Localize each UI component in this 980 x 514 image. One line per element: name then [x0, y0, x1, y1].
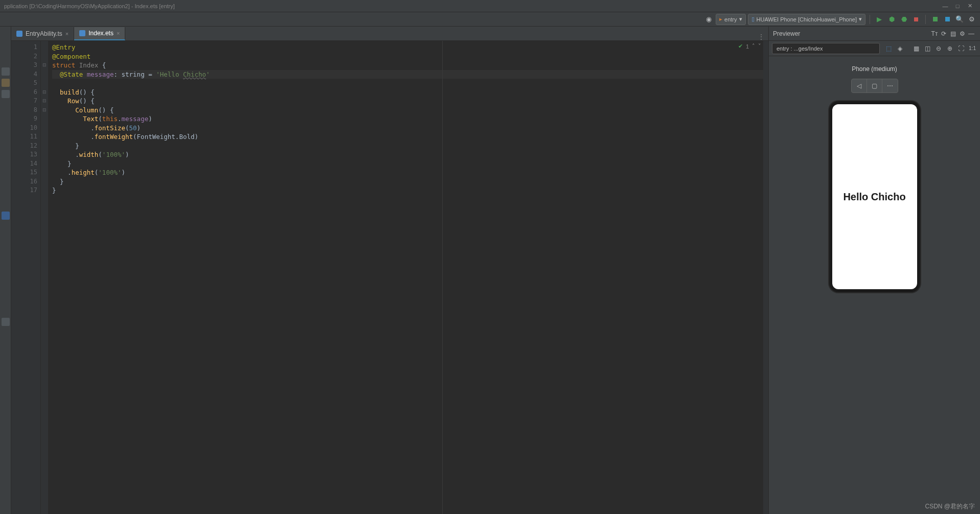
close-icon[interactable]: ×	[65, 31, 69, 37]
layers-icon[interactable]: ▤	[948, 29, 958, 38]
tabs-more-icon[interactable]: ⋮	[754, 33, 768, 40]
zoom-out-icon[interactable]: ⊖	[934, 44, 943, 53]
app-title: pplication [D:\Coding\HarmonyOS\MyApplic…	[4, 3, 175, 9]
text-icon[interactable]: Tт	[930, 29, 939, 38]
preview-text: Hello Chicho	[843, 191, 905, 203]
right-margin-guide	[442, 41, 443, 514]
maximize-icon[interactable]: □	[951, 3, 964, 9]
rotate-icon[interactable]: ▢	[867, 79, 882, 92]
fit-icon[interactable]: ⛶	[956, 44, 966, 53]
minimize-icon[interactable]: —	[939, 3, 951, 9]
attach-icon[interactable]: ⬣	[899, 14, 909, 25]
editor-status: ✔ 1 ˄ ˅	[738, 43, 761, 50]
minimize-icon[interactable]: —	[967, 29, 976, 38]
preview-canvas: Phone (medium) ◁ ▢ ⋯ Hello Chicho	[769, 56, 980, 514]
tab-label: Index.ets	[88, 30, 113, 37]
watermark: CSDN @君的名字	[925, 502, 975, 511]
file-icon	[79, 30, 85, 36]
previewer-title: Previewer	[773, 30, 800, 37]
debug-icon[interactable]: ⬢	[886, 14, 897, 25]
module-dropdown[interactable]: ▸ entry ▾	[716, 14, 745, 25]
run-icon[interactable]: ▶	[874, 14, 884, 25]
previewer-header: Previewer Tт ⟳ ▤ ⚙ —	[769, 27, 980, 41]
editor-tabs: EntryAbility.ts × Index.ets × ⋮	[11, 27, 768, 41]
chevron-down-icon[interactable]: ˅	[758, 43, 761, 50]
tool-icon-1[interactable]	[930, 14, 940, 25]
check-icon: ✔	[738, 43, 743, 50]
search-icon[interactable]: 🔍	[954, 14, 965, 25]
previewer-panel: Previewer Tт ⟳ ▤ ⚙ — entry : ...ges/Inde…	[768, 27, 980, 514]
refresh-icon[interactable]: ⟳	[939, 29, 948, 38]
leftbar-item[interactable]	[2, 79, 10, 87]
leftbar-item[interactable]	[2, 212, 10, 220]
ratio-icon[interactable]: 1:1	[968, 44, 977, 53]
close-icon[interactable]: ×	[117, 30, 120, 36]
line-number-gutter: 1234567891011121314151617	[11, 41, 41, 514]
inspect-icon[interactable]: ⬚	[884, 44, 893, 53]
chevron-down-icon: ▾	[739, 16, 742, 22]
zoom-in-icon[interactable]: ⊕	[945, 44, 954, 53]
tab-index[interactable]: Index.ets ×	[74, 27, 125, 40]
tab-label: EntryAbility.ts	[26, 30, 62, 37]
device-dropdown-label: HUAWEI Phone [ChichoHuawei_Phone]	[757, 16, 857, 22]
code-area[interactable]: @Entry @Component struct Index { @State …	[48, 41, 763, 514]
leftbar-item[interactable]	[2, 67, 10, 76]
problem-count: 1	[746, 43, 749, 50]
tab-entryability[interactable]: EntryAbility.ts ×	[11, 27, 74, 40]
phone-screen[interactable]: Hello Chicho	[832, 104, 917, 289]
overview-ruler	[763, 41, 768, 514]
crop-icon[interactable]: ◫	[923, 44, 932, 53]
gear-icon[interactable]: ⚙	[958, 29, 967, 38]
editor-body[interactable]: 1234567891011121314151617 ⊟⊟⊟⊟ @Entry @C…	[11, 41, 768, 514]
left-gutter-bar	[0, 27, 11, 514]
sync-icon[interactable]: ◉	[703, 14, 714, 25]
previewer-toolbar: entry : ...ges/Index ⬚ ◈ ▦ ◫ ⊖ ⊕ ⛶ 1:1	[769, 41, 980, 56]
back-icon[interactable]: ◁	[852, 79, 867, 92]
module-dropdown-label: entry	[724, 16, 737, 22]
fold-gutter: ⊟⊟⊟⊟	[41, 41, 48, 514]
gear-icon[interactable]: ⚙	[967, 14, 977, 25]
titlebar: pplication [D:\Coding\HarmonyOS\MyApplic…	[0, 0, 980, 12]
stack-icon[interactable]: ◈	[895, 44, 904, 53]
grid-icon[interactable]: ▦	[911, 44, 921, 53]
preview-path[interactable]: entry : ...ges/Index	[772, 43, 880, 54]
tool-icon-2[interactable]	[942, 14, 952, 25]
chevron-down-icon: ▾	[859, 16, 862, 22]
device-dropdown[interactable]: ▯ HUAWEI Phone [ChichoHuawei_Phone] ▾	[748, 14, 865, 25]
more-icon[interactable]: ⋯	[882, 79, 898, 92]
close-icon[interactable]: ✕	[964, 3, 976, 9]
leftbar-item[interactable]	[2, 90, 10, 98]
chevron-up-icon[interactable]: ˄	[752, 43, 755, 50]
phone-frame: Hello Chicho	[829, 101, 920, 292]
device-controls: ◁ ▢ ⋯	[851, 79, 898, 93]
stop-icon[interactable]	[911, 14, 921, 25]
main-toolbar: ◉ ▸ entry ▾ ▯ HUAWEI Phone [ChichoHuawei…	[0, 12, 980, 27]
leftbar-item[interactable]	[2, 318, 10, 326]
device-label: Phone (medium)	[852, 65, 897, 73]
file-icon	[16, 31, 22, 37]
